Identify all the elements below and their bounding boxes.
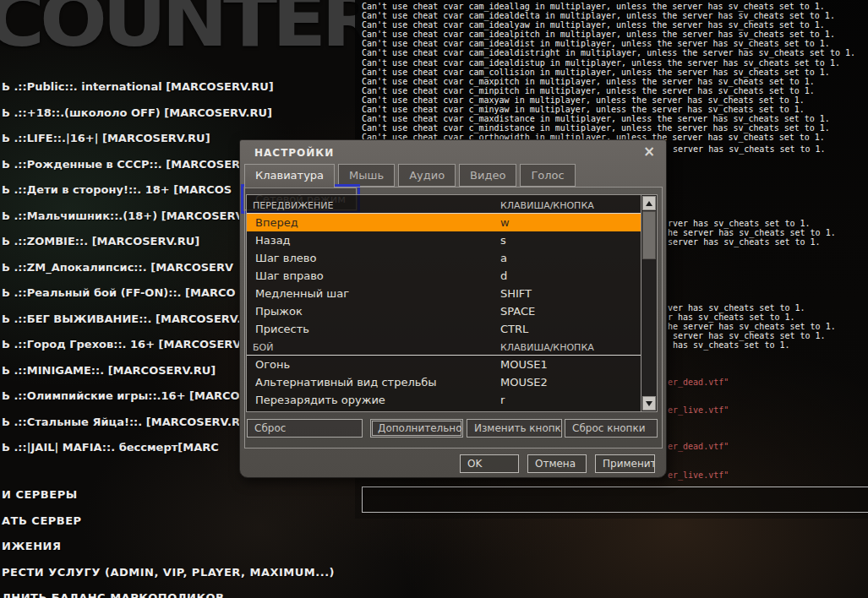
server-menu-item[interactable]: Ь .::+18::.(школоло OFF) [MARCOSERV.RU] xyxy=(2,106,272,119)
binding-action: Шаг вправо xyxy=(255,269,324,282)
main-menu-item[interactable]: И СЕРВЕРЫ xyxy=(2,488,78,501)
section-title: ПЕРЕДВИЖЕНИЕ xyxy=(253,200,333,211)
section-key-title: КЛАВИША/КНОПКА xyxy=(500,338,594,357)
main-menu-item[interactable]: ИЖЕНИЯ xyxy=(2,540,61,552)
console-line: Can't use cheat cvar c_minyaw in multipl… xyxy=(362,105,855,114)
binding-row[interactable]: Впередw xyxy=(247,214,641,231)
binding-key: SPACE xyxy=(500,302,535,320)
console-line-fragment: he server has sv_cheats set to 1. xyxy=(668,228,836,237)
binding-action: Огонь xyxy=(255,358,290,371)
scroll-up-icon xyxy=(646,201,652,206)
console-line: Can't use cheat cvar c_maxdistance in mu… xyxy=(362,114,855,123)
tab-video[interactable]: Видео xyxy=(459,164,516,187)
binding-row[interactable]: Назадs xyxy=(247,231,641,249)
binding-row[interactable]: ПрыжокSPACE xyxy=(247,302,641,320)
section-title: БОЙ xyxy=(253,342,273,353)
tab-bar: КлавиатураМышьАудиоВидеоГолосСетевой реж… xyxy=(244,164,666,188)
server-menu-item[interactable]: Ь .::MINIGAME::. [MARCOSERV.RU] xyxy=(2,364,216,377)
game-screen: { "colors":{ "highlight":"#FB9400", "foc… xyxy=(0,0,868,598)
server-menu-item[interactable]: Ь .::|JAIL| MAFIA::. бессмерт[MARC xyxy=(2,441,219,454)
server-menu-item[interactable]: Ь .::Мальчишник::.(18+) [MARCOSERV xyxy=(2,209,244,222)
binding-row[interactable]: Альтернативный вид стрельбыMOUSE2 xyxy=(247,373,641,391)
console-line-fragment: r has sv_cheats set to 1. xyxy=(668,313,795,322)
console-line-fragment: rver has sv_cheats set to 1. xyxy=(668,219,811,228)
scroll-down-icon xyxy=(646,401,652,406)
server-menu-item[interactable]: Ь .::Public::. international [MARCOSERV.… xyxy=(2,80,274,93)
scrollbar[interactable] xyxy=(641,195,657,411)
console-error-fragment: er_live.vtf" xyxy=(668,405,729,415)
cancel-button[interactable]: Отмена xyxy=(527,454,587,473)
binding-action: Назад xyxy=(255,234,291,247)
server-menu-item[interactable]: Ь .::ZM_Апокалипсис::. [MARCOSERV xyxy=(2,261,233,274)
console-error-fragment: er_dead.vtf" xyxy=(668,442,729,451)
binding-row[interactable]: ПрисестьCTRL xyxy=(247,320,641,338)
game-logo: COUNTER xyxy=(0,0,378,63)
scroll-up-button[interactable] xyxy=(642,196,656,210)
console-line-fragment: he server has sv_cheats set to 1. xyxy=(668,322,836,331)
scroll-thumb[interactable] xyxy=(642,211,656,259)
main-menu-item[interactable]: АТЬ СЕРВЕР xyxy=(2,514,82,527)
console-output: Can't use cheat cvar cam_ideallag in mul… xyxy=(362,2,855,142)
binding-action: Шаг влево xyxy=(255,252,316,264)
binding-row[interactable]: ОгоньMOUSE1 xyxy=(247,356,641,373)
server-menu-item[interactable]: Ь .::Дети в сторону!::. 18+ [MARCOS xyxy=(2,183,232,196)
binding-row[interactable]: Медленный шагSHIFT xyxy=(247,285,641,302)
server-menu-item[interactable]: Ь .::Реальный бой (FF-ON)::. [MARCO xyxy=(2,286,236,299)
close-button[interactable]: × xyxy=(641,143,658,160)
tab-audio[interactable]: Аудио xyxy=(398,164,456,187)
apply-button[interactable]: Применить xyxy=(595,454,655,473)
binding-action: Прыжок xyxy=(255,305,303,318)
server-menu-item[interactable]: Ь .::ZOMBIE::. [MARCOSERV.RU] xyxy=(2,235,199,247)
section-key-title: КЛАВИША/КНОПКА xyxy=(500,196,594,215)
binding-action: Перезарядить оружие xyxy=(255,394,385,406)
tab-keyboard[interactable]: Клавиатура xyxy=(244,164,335,188)
console-input[interactable] xyxy=(362,487,868,513)
console-line: Can't use cheat cvar c_mindistance in mu… xyxy=(362,123,855,133)
server-menu-item[interactable]: Ь .::Рожденные в СССР::. [MARCOSER xyxy=(2,158,240,171)
binding-key: w xyxy=(500,214,510,231)
binding-row[interactable]: Шаг влевоa xyxy=(247,249,641,267)
console-line: Can't use cheat cvar cam_idealdist in mu… xyxy=(362,39,855,48)
binding-key: r xyxy=(500,391,505,409)
server-menu-item[interactable]: Ь .::Город Грехов::. 16+ [MARCOSERV xyxy=(2,338,241,351)
binding-key: MOUSE1 xyxy=(500,356,548,373)
binding-key: SHIFT xyxy=(500,285,532,302)
server-menu-item[interactable]: Ь .::Олимпийские игры::.16+ [MARCO xyxy=(2,389,240,402)
console-line: Can't use cheat cvar c_minpitch in multi… xyxy=(362,86,855,95)
console-line-fragment: server has sv_cheats set to 1. xyxy=(668,144,826,154)
server-menu-item[interactable]: Ь .::LIFE::.|16+| [MARCOSERV.RU] xyxy=(2,132,210,144)
console-line: Can't use cheat cvar cam_collision in mu… xyxy=(362,68,855,77)
binding-action: Альтернативный вид стрельбы xyxy=(255,376,437,389)
console-line: Can't use cheat cvar cam_idealpitch in m… xyxy=(362,30,855,39)
console-line-fragment: server has sv_cheats set to 1. xyxy=(668,237,821,247)
ok-button[interactable]: OK xyxy=(460,454,519,473)
main-menu-item[interactable]: ЛНИТЬ БАЛАНС МАРКОПОЛИКОВ xyxy=(2,591,225,598)
server-menu-item[interactable]: Ь .::Стальные Яйца!::. [MARCOSERV.R xyxy=(2,416,240,428)
console-line: Can't use cheat cvar cam_ideallag in mul… xyxy=(362,2,855,11)
console-line: Can't use cheat cvar cam_idealdelta in m… xyxy=(362,11,855,20)
dialog-title: НАСТРОЙКИ xyxy=(254,147,334,159)
server-menu-item[interactable]: Ь .::БЕГ ВЫЖИВАНИЕ::. [MARCOSERV. xyxy=(2,313,241,325)
settings-dialog: НАСТРОЙКИ × КлавиатураМышьАудиоВидеоГоло… xyxy=(239,139,667,478)
binding-action: Вперед xyxy=(255,216,298,229)
list-section-header: ПЕРЕДВИЖЕНИЕКЛАВИША/КНОПКА xyxy=(247,196,641,214)
binding-key: MOUSE2 xyxy=(500,373,548,391)
console-line: Can't use cheat cvar cam_idealyaw in mul… xyxy=(362,20,855,30)
main-menu-item[interactable]: РЕСТИ УСЛУГУ (ADMIN, VIP, PLAYER, MAXIMU… xyxy=(2,566,335,579)
binding-key: CTRL xyxy=(500,320,528,338)
console-error-fragment: er_live.vtf" xyxy=(668,470,729,480)
tab-voice[interactable]: Голос xyxy=(520,164,575,187)
tab-mouse[interactable]: Мышь xyxy=(338,164,395,187)
bindings-rows: ПЕРЕДВИЖЕНИЕКЛАВИША/КНОПКАВпередwНазадsШ… xyxy=(247,196,641,409)
console-line: Can't use cheat cvar cam_idealdistright … xyxy=(362,48,855,57)
scroll-down-button[interactable] xyxy=(642,396,656,410)
console-line: Can't use cheat cvar c_maxpitch in multi… xyxy=(362,77,855,86)
binding-row[interactable]: Перезарядить оружиеr xyxy=(247,391,641,409)
console-line: Can't use cheat cvar c_maxyaw in multipl… xyxy=(362,95,855,105)
binding-action: Присесть xyxy=(255,323,309,335)
binding-row[interactable]: Шаг вправоd xyxy=(247,267,641,285)
close-icon: × xyxy=(643,143,655,160)
binding-action: Медленный шаг xyxy=(255,287,349,300)
binding-key: d xyxy=(500,267,507,285)
binding-key: a xyxy=(500,249,507,267)
